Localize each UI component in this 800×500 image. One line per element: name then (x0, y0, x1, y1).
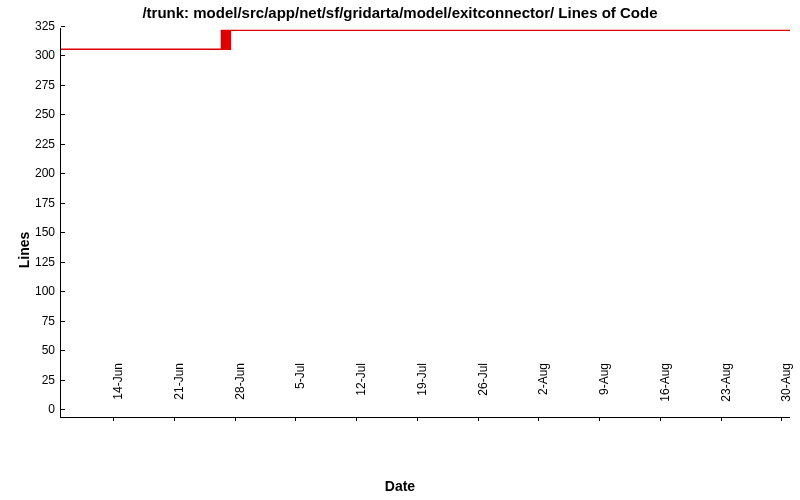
x-axis-label: Date (0, 478, 800, 494)
ytick: 75 (15, 314, 61, 328)
ytick: 25 (15, 373, 61, 387)
ytick: 275 (15, 78, 61, 92)
ytick: 50 (15, 343, 61, 357)
ytick: 175 (15, 196, 61, 210)
ytick: 300 (15, 48, 61, 62)
ytick: 125 (15, 255, 61, 269)
ytick: 150 (15, 225, 61, 239)
ytick: 250 (15, 107, 61, 121)
plot-area: 0 25 50 75 100 125 150 175 200 225 250 2… (60, 28, 790, 418)
loc-chart: /trunk: model/src/app/net/sf/gridarta/mo… (0, 0, 800, 500)
ytick: 0 (15, 402, 61, 416)
chart-title: /trunk: model/src/app/net/sf/gridarta/mo… (0, 4, 800, 21)
ytick: 225 (15, 137, 61, 151)
ytick: 325 (15, 19, 61, 33)
series-line (61, 28, 790, 417)
ytick: 100 (15, 284, 61, 298)
ytick: 200 (15, 166, 61, 180)
